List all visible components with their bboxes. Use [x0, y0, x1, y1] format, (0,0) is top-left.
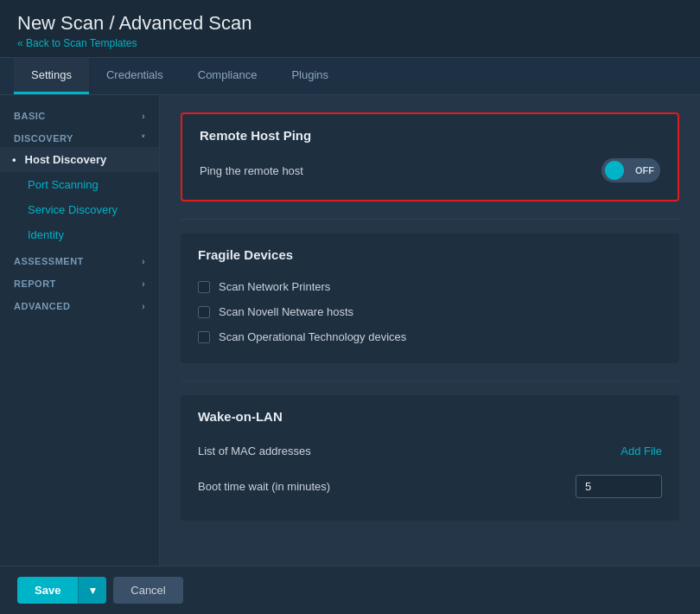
sidebar-section-report: REPORT › — [0, 270, 159, 292]
sidebar-label-basic[interactable]: BASIC › — [14, 111, 145, 121]
divider-2 — [181, 381, 679, 381]
sidebar-label-report[interactable]: REPORT › — [14, 278, 145, 289]
ping-toggle[interactable]: OFF — [601, 158, 660, 182]
add-file-link[interactable]: Add File — [620, 445, 662, 457]
sidebar-item-service-discovery[interactable]: Service Discovery — [0, 197, 159, 222]
sidebar-item-identity[interactable]: Identity — [0, 222, 159, 247]
sidebar-label-discovery[interactable]: DISCOVERY ˅ — [14, 133, 145, 144]
remote-host-ping-card: Remote Host Ping Ping the remote host OF… — [181, 112, 679, 201]
sidebar-item-port-scanning[interactable]: Port Scanning — [0, 172, 159, 197]
toggle-state-text: OFF — [635, 165, 654, 176]
ping-label: Ping the remote host — [200, 164, 303, 177]
tabs-bar: Settings Credentials Compliance Plugins — [0, 58, 700, 95]
save-button-group: Save ▼ — [17, 577, 106, 604]
chevron-right-icon-assessment: › — [142, 257, 145, 266]
fragile-devices-title: Fragile Devices — [198, 247, 662, 262]
checkbox-ot-label: Scan Operational Technology devices — [219, 330, 406, 343]
sidebar-label-advanced[interactable]: ADVANCED › — [14, 301, 145, 311]
header: New Scan / Advanced Scan « Back to Scan … — [0, 0, 700, 58]
chevron-right-icon: › — [142, 112, 145, 121]
checkbox-row-novell: Scan Novell Netware hosts — [198, 299, 662, 324]
save-dropdown-button[interactable]: ▼ — [78, 577, 106, 604]
divider-1 — [181, 219, 679, 220]
chevron-right-icon-advanced: › — [142, 302, 145, 311]
back-link[interactable]: « Back to Scan Templates — [17, 37, 137, 49]
footer: Save ▼ Cancel — [0, 566, 700, 614]
main-layout: BASIC › DISCOVERY ˅ Host Discovery Port … — [0, 95, 700, 566]
sidebar-section-discovery: DISCOVERY ˅ — [0, 125, 159, 147]
cancel-button[interactable]: Cancel — [113, 577, 182, 604]
tab-settings[interactable]: Settings — [14, 58, 89, 94]
sidebar: BASIC › DISCOVERY ˅ Host Discovery Port … — [0, 95, 160, 566]
checkbox-row-printers: Scan Network Printers — [198, 274, 662, 299]
mac-label: List of MAC addresses — [198, 445, 311, 457]
sidebar-section-assessment: ASSESSMENT › — [0, 247, 159, 270]
boot-label: Boot time wait (in minutes) — [198, 480, 330, 493]
chevron-right-icon-report: › — [142, 279, 145, 289]
checkbox-ot[interactable] — [198, 331, 210, 343]
remote-host-ping-title: Remote Host Ping — [200, 128, 660, 143]
content-area: Remote Host Ping Ping the remote host OF… — [160, 95, 700, 566]
save-button[interactable]: Save — [17, 577, 78, 604]
tab-credentials[interactable]: Credentials — [89, 58, 181, 94]
checkbox-novell-label: Scan Novell Netware hosts — [219, 305, 353, 318]
checkbox-row-ot: Scan Operational Technology devices — [198, 324, 662, 349]
toggle-knob — [605, 161, 624, 180]
sidebar-section-advanced: ADVANCED › — [0, 292, 159, 315]
ping-toggle-row: Ping the remote host OFF — [200, 155, 660, 186]
fragile-devices-card: Fragile Devices Scan Network Printers Sc… — [181, 233, 679, 363]
mac-addresses-row: List of MAC addresses Add File — [198, 436, 662, 466]
boot-time-row: Boot time wait (in minutes) — [198, 466, 662, 507]
page-title: New Scan / Advanced Scan — [17, 12, 683, 35]
sidebar-label-assessment[interactable]: ASSESSMENT › — [14, 256, 145, 266]
boot-time-input[interactable] — [576, 475, 662, 498]
wake-on-lan-card: Wake-on-LAN List of MAC addresses Add Fi… — [181, 395, 679, 521]
tab-plugins[interactable]: Plugins — [274, 58, 346, 94]
wake-on-lan-title: Wake-on-LAN — [198, 409, 662, 424]
tab-compliance[interactable]: Compliance — [181, 58, 275, 94]
sidebar-section-basic: BASIC › — [0, 102, 159, 125]
checkbox-printers-label: Scan Network Printers — [219, 280, 330, 293]
chevron-down-icon: ˅ — [141, 134, 146, 144]
checkbox-printers[interactable] — [198, 281, 210, 293]
checkbox-novell[interactable] — [198, 306, 210, 318]
sidebar-item-host-discovery[interactable]: Host Discovery — [0, 147, 159, 172]
